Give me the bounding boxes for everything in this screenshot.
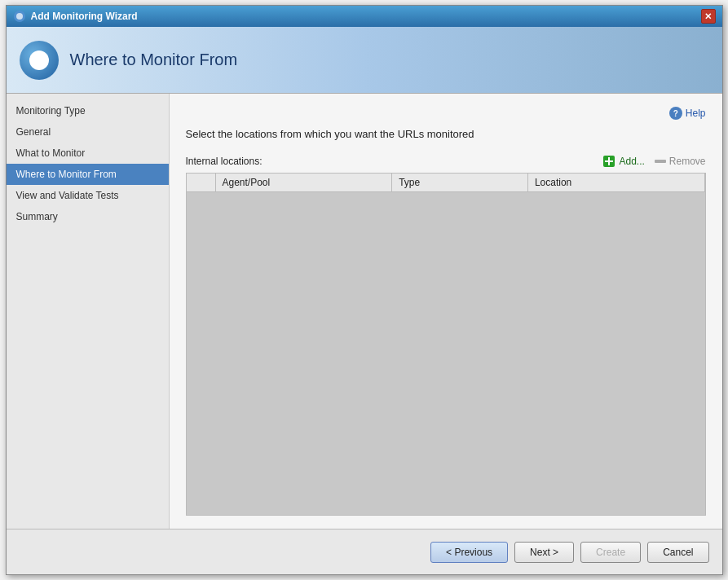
description-text: Select the locations from which you want… [186,128,706,140]
sidebar-item-view-validate[interactable]: View and Validate Tests [7,185,169,206]
col-header-location: Location [528,174,705,191]
sidebar: Monitoring Type General What to Monitor … [7,94,170,529]
sidebar-item-what-to-monitor[interactable]: What to Monitor [7,143,169,164]
table-actions: Add... Remove [602,155,705,168]
previous-button[interactable]: < Previous [430,542,508,563]
title-bar: Add Monitoring Wizard ✕ [7,6,722,27]
cancel-button[interactable]: Cancel [647,542,708,563]
sidebar-item-where-to-monitor[interactable]: Where to Monitor From [7,164,169,185]
wizard-window: Add Monitoring Wizard ✕ Where to Monitor… [6,5,723,575]
wizard-title-icon [13,10,26,23]
header-title: Where to Monitor From [70,51,238,69]
table-header-row: Internal locations: Add... [186,155,706,168]
header-icon [20,41,59,80]
svg-point-1 [16,13,23,20]
remove-button[interactable]: Remove [655,156,706,167]
col-header-check [187,174,216,191]
sidebar-item-monitoring-type[interactable]: Monitoring Type [7,100,169,121]
help-row: ? Help [186,107,706,120]
col-header-agent: Agent/Pool [216,174,393,191]
close-button[interactable]: ✕ [701,9,716,24]
sidebar-item-summary[interactable]: Summary [7,206,169,227]
table-label: Internal locations: [186,156,263,167]
col-header-type: Type [392,174,528,191]
data-table: Agent/Pool Type Location [186,173,706,516]
create-button[interactable]: Create [580,542,641,563]
table-section: Internal locations: Add... [186,155,706,516]
table-col-headers: Agent/Pool Type Location [187,174,705,192]
add-icon [602,155,615,168]
main-content: ? Help Select the locations from which y… [170,94,722,529]
header-banner: Where to Monitor From [7,27,722,94]
help-link[interactable]: Help [686,108,706,119]
footer: < Previous Next > Create Cancel [7,529,722,574]
add-button[interactable]: Add... [602,155,644,168]
window-title: Add Monitoring Wizard [31,11,138,22]
sidebar-item-general[interactable]: General [7,121,169,143]
help-icon: ? [669,107,682,120]
table-body [187,192,705,515]
next-button[interactable]: Next > [514,542,574,563]
title-bar-left: Add Monitoring Wizard [13,10,138,23]
remove-icon [655,160,666,163]
svg-rect-4 [605,160,613,162]
wizard-body: Monitoring Type General What to Monitor … [7,94,722,529]
header-icon-inner [29,51,49,70]
